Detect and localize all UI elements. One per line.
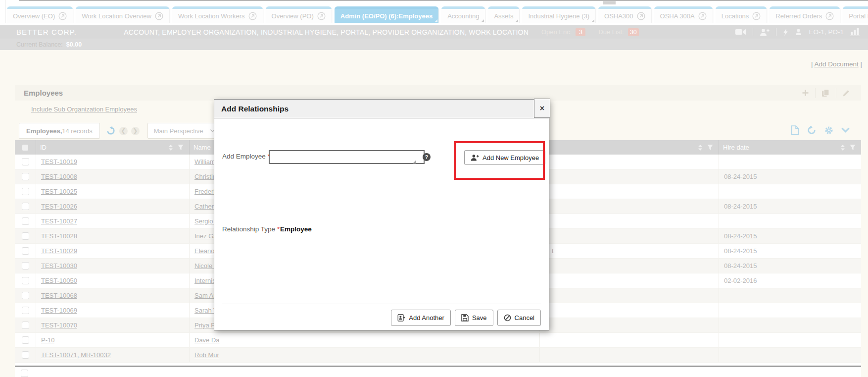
filter-icon[interactable] [177,144,184,151]
employee-id-link[interactable]: TEST-10070 [41,322,77,329]
employee-id-link[interactable]: TEST-10028 [41,232,77,240]
next-page-icon[interactable]: ❯ [131,127,140,135]
modal-header[interactable]: Add Relationships [214,100,549,118]
employee-id-link[interactable]: TEST-10008 [41,173,77,180]
sort-icon[interactable] [168,144,174,151]
perspective-select[interactable]: Main Perspective [147,123,221,139]
external-link-icon [58,12,67,20]
new-page-icon[interactable] [791,125,799,135]
open-enc-badge[interactable]: 3 [576,28,585,36]
employee-id-link[interactable]: TEST-10069 [41,307,77,314]
prev-page-icon[interactable]: ❮ [119,127,128,135]
add-person-icon[interactable] [760,28,770,36]
row-checkbox[interactable] [22,322,29,329]
employee-search-input[interactable] [269,150,425,164]
tab-label: OSHA300 [604,12,633,20]
row-checkbox[interactable] [22,307,29,314]
col-hire-date[interactable]: Hire date [719,140,861,155]
panel-header-icons [796,88,856,98]
employee-id-link[interactable]: TEST-10027 [41,217,77,225]
close-button[interactable]: × [534,99,550,118]
row-checkbox[interactable] [22,188,29,195]
tab[interactable]: Locations [716,6,767,23]
employee-name-link[interactable]: William [194,158,215,165]
sort-icon[interactable] [840,144,846,151]
employee-id-link[interactable]: TEST-10071, MR-10032 [41,351,111,359]
relationship-type-value: Employee [280,225,312,233]
save-button[interactable]: Save [455,310,493,326]
refresh-icon[interactable] [106,126,116,136]
resize-handle-icon[interactable] [413,160,416,163]
employee-id-link[interactable]: P-10 [41,336,54,344]
col-hire-date-label: Hire date [723,144,749,151]
row-checkbox[interactable] [22,158,29,165]
pipe-suffix: | [859,60,862,68]
help-icon[interactable]: ? [423,153,431,161]
row-checkbox[interactable] [22,232,29,240]
employee-id-link[interactable]: TEST-10068 [41,292,77,299]
cancel-button[interactable]: Cancel [497,310,541,326]
due-list-badge[interactable]: 30 [628,28,639,36]
row-checkbox-cell [15,259,36,273]
tab[interactable]: Accounting [441,6,485,23]
stub-row-checkbox[interactable] [21,370,28,377]
sort-icon[interactable] [697,144,703,151]
tab[interactable]: Industrial Hygiene (3) [522,6,595,23]
row-checkbox[interactable] [22,217,29,225]
gear-icon[interactable] [824,125,834,135]
video-camera-icon[interactable] [735,28,746,36]
tab[interactable]: Assets [488,6,519,23]
row-checkbox[interactable] [22,351,29,359]
employee-id-link[interactable]: TEST-10030 [41,262,77,269]
employee-id-link[interactable]: TEST-10050 [41,277,77,284]
lightning-icon[interactable] [783,28,788,36]
add-new-employee-button[interactable]: Add New Employee [464,150,545,165]
tab[interactable]: Work Location Overview [76,6,169,23]
hire-date-cell [719,155,861,169]
book-icon[interactable] [816,89,836,97]
pencil-icon[interactable] [836,89,856,97]
row-checkbox[interactable] [22,292,29,299]
employee-id-link[interactable]: TEST-10029 [41,247,77,255]
add-another-button[interactable]: Add Another [391,310,451,326]
user-context: EO-1, PO-1 [809,28,844,36]
row-checkbox[interactable] [22,247,29,255]
row-checkbox[interactable] [22,336,29,344]
col-hidden[interactable] [539,140,719,155]
select-all-checkbox[interactable] [22,145,28,151]
add-icon[interactable] [796,89,815,97]
tab[interactable]: OSHA300 [598,6,651,23]
tab[interactable]: Work Location Workers [172,6,263,23]
employee-id-link[interactable]: TEST-10026 [41,203,77,210]
external-link-icon [698,12,707,20]
balance-value: $0.00 [66,41,82,48]
window-side-line [5,0,5,23]
filter-icon[interactable] [849,144,856,151]
employee-name-link[interactable]: Dave Da [194,336,220,344]
hire-date-cell [719,184,861,199]
employee-name-link[interactable]: Rob Mur [194,351,219,359]
tab[interactable]: Overview (EO) [7,6,73,23]
add-document-link[interactable]: Add Document [814,60,858,68]
header-actions: EO-1, PO-1 [735,28,860,36]
row-checkbox[interactable] [22,173,29,180]
tab[interactable]: Overview (PO) [266,6,332,23]
include-sub-link[interactable]: Include Sub Organization Employees [31,106,137,113]
row-checkbox[interactable] [22,277,29,284]
reload-icon[interactable] [807,125,817,135]
filter-icon[interactable] [707,144,714,151]
employee-id-link[interactable]: TEST-10019 [41,158,77,165]
hire-date-cell [719,333,861,347]
row-checkbox[interactable] [22,203,29,210]
row-checkbox[interactable] [22,262,29,269]
tab[interactable]: Referred Orders [770,6,840,23]
tab[interactable]: OSHA 300A [654,6,713,23]
employee-id-link[interactable]: TEST-10025 [41,188,77,195]
col-id[interactable]: ID [36,140,189,155]
bar-chart-icon[interactable] [850,28,860,36]
tab-label: Work Location Workers [178,12,245,20]
person-icon[interactable] [795,28,802,36]
tab[interactable]: Portal Manage [843,6,868,23]
tab[interactable]: Admin (EO/PO) (6):Employees [335,6,438,23]
collapse-chevron-icon[interactable] [841,125,850,135]
